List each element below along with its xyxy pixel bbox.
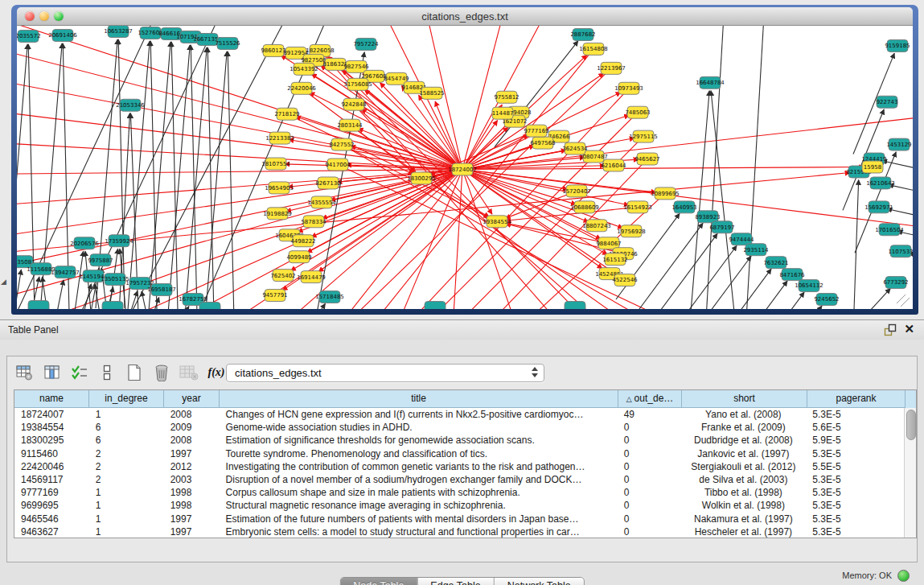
network-edge[interactable] bbox=[17, 169, 462, 238]
network-edge[interactable] bbox=[207, 47, 214, 309]
network-node[interactable]: 7625402 bbox=[270, 270, 295, 282]
network-edge[interactable] bbox=[17, 270, 21, 309]
network-edge[interactable] bbox=[171, 42, 178, 309]
new-document-icon[interactable] bbox=[123, 362, 146, 383]
function-builder-icon[interactable]: f(x) bbox=[205, 362, 228, 383]
network-edge[interactable] bbox=[335, 64, 606, 309]
show-columns-icon[interactable] bbox=[41, 362, 64, 383]
column-header-name[interactable]: name bbox=[14, 390, 89, 408]
network-node[interactable]: 20691406 bbox=[48, 29, 77, 41]
network-node[interactable]: 16154923 bbox=[623, 201, 652, 213]
network-node[interactable]: 8427552 bbox=[329, 138, 354, 150]
select-rows-icon[interactable] bbox=[68, 362, 91, 383]
network-node[interactable]: 1640953 bbox=[671, 201, 696, 213]
network-node[interactable]: 9975887 bbox=[88, 254, 113, 266]
network-node[interactable]: 10654112 bbox=[795, 280, 823, 292]
network-edge[interactable] bbox=[708, 269, 771, 309]
network-edge[interactable] bbox=[17, 169, 462, 174]
network-node[interactable]: 16210643 bbox=[866, 177, 895, 189]
network-node[interactable]: 16914479 bbox=[297, 271, 326, 283]
network-edge[interactable] bbox=[65, 26, 226, 309]
network-edge[interactable] bbox=[149, 42, 170, 309]
network-node[interactable]: 9417004 bbox=[325, 159, 351, 171]
network-edge[interactable] bbox=[462, 169, 913, 230]
network-node[interactable]: 20206576 bbox=[70, 237, 99, 249]
network-node[interactable]: 7485063 bbox=[625, 106, 650, 118]
network-node[interactable]: 6773292 bbox=[883, 277, 908, 289]
network-node[interactable]: 9159185 bbox=[885, 39, 910, 51]
table-row[interactable]: 2242004622012Investigating the contribut… bbox=[14, 460, 904, 473]
network-node[interactable]: 17359924 bbox=[105, 235, 133, 247]
network-node[interactable]: 922743 bbox=[877, 96, 898, 108]
network-edge[interactable] bbox=[75, 251, 84, 309]
table-selector-dropdown[interactable]: citations_edges.txt bbox=[226, 364, 544, 382]
network-node[interactable]: 4099489 bbox=[286, 251, 311, 263]
table-row[interactable]: 1938455462009Genome-wide association stu… bbox=[14, 421, 904, 434]
network-node[interactable]: 9245652 bbox=[814, 294, 839, 306]
network-node[interactable]: 31756085 bbox=[343, 78, 372, 90]
network-node[interactable]: 4498222 bbox=[290, 235, 315, 247]
network-node[interactable]: 9755812 bbox=[494, 91, 519, 103]
network-node[interactable]: 18724007 bbox=[448, 163, 477, 175]
network-node[interactable]: 2718129 bbox=[274, 108, 299, 120]
network-node[interactable]: 10899695 bbox=[651, 187, 680, 200]
network-node[interactable] bbox=[199, 303, 220, 309]
network-edge[interactable] bbox=[96, 39, 117, 308]
network-edge[interactable] bbox=[654, 233, 717, 309]
network-node[interactable]: 18300295 bbox=[407, 172, 436, 184]
network-node[interactable]: 1107533 bbox=[888, 245, 913, 257]
network-edge[interactable] bbox=[228, 51, 234, 309]
column-header-out_degree[interactable]: △out_de… bbox=[618, 390, 682, 408]
network-node[interactable]: 1615132 bbox=[602, 253, 627, 266]
network-edge[interactable] bbox=[451, 169, 462, 309]
column-header-title[interactable]: title bbox=[220, 390, 618, 408]
network-node[interactable]: 15958 bbox=[862, 161, 883, 173]
network-node[interactable]: 2035572 bbox=[17, 30, 41, 42]
table-row[interactable]: 946362711997Embryonic stem cells: a mode… bbox=[14, 525, 904, 538]
network-edge[interactable] bbox=[298, 303, 325, 309]
column-header-year[interactable]: year bbox=[164, 390, 220, 408]
network-node[interactable] bbox=[425, 302, 446, 309]
table-row[interactable]: 1456911722003Disruption of a novel membe… bbox=[14, 473, 904, 486]
network-edge[interactable] bbox=[57, 280, 64, 309]
network-node[interactable]: 9777169 bbox=[524, 125, 548, 137]
network-node[interactable]: 10543392 bbox=[290, 63, 318, 75]
table-row[interactable]: 911546021997Tourette syndrome. Phenomeno… bbox=[14, 447, 904, 460]
table-row[interactable]: 977716911998Corpus callosum shape and si… bbox=[14, 486, 904, 499]
table-row[interactable]: 969969511998Structural magnetic resonanc… bbox=[14, 499, 904, 512]
network-node[interactable]: 9242848 bbox=[341, 98, 366, 110]
network-node[interactable]: 10973493 bbox=[614, 82, 643, 94]
network-node[interactable] bbox=[102, 302, 123, 309]
network-edge[interactable] bbox=[194, 169, 462, 309]
network-node[interactable]: 2887682 bbox=[570, 28, 595, 40]
network-node[interactable] bbox=[28, 301, 49, 309]
memory-status-indicator[interactable] bbox=[897, 570, 910, 582]
network-edge[interactable] bbox=[168, 45, 190, 309]
network-node[interactable] bbox=[565, 302, 585, 309]
network-edge[interactable] bbox=[17, 46, 462, 170]
network-node[interactable]: 7632621 bbox=[763, 257, 788, 269]
network-node[interactable]: 19384554 bbox=[483, 216, 511, 228]
table-row[interactable]: 1872400712008Changes of HCN gene express… bbox=[14, 408, 904, 421]
table-row[interactable]: 946554611997Estimation of the future num… bbox=[14, 513, 904, 525]
network-node[interactable]: 18107554 bbox=[261, 158, 290, 170]
network-node[interactable]: 5878334 bbox=[301, 216, 326, 228]
table-settings-icon[interactable] bbox=[14, 362, 36, 383]
table-row[interactable]: 1830029562008Estimation of significance … bbox=[14, 434, 904, 447]
network-node[interactable]: 14355554 bbox=[307, 196, 336, 208]
network-edge[interactable] bbox=[17, 169, 462, 303]
close-panel-icon[interactable]: ✕ bbox=[904, 322, 914, 336]
table-vertical-scrollbar[interactable] bbox=[904, 408, 916, 538]
network-node[interactable]: 15692971 bbox=[864, 201, 893, 213]
network-node[interactable]: 9457791 bbox=[262, 290, 287, 302]
network-edge[interactable] bbox=[113, 26, 290, 309]
network-node[interactable]: 12975115 bbox=[629, 130, 658, 142]
network-node[interactable]: 19198829 bbox=[263, 208, 292, 220]
network-edge[interactable] bbox=[150, 41, 157, 309]
network-node[interactable]: 9465627 bbox=[634, 153, 659, 165]
canvas-resize-handle[interactable]: ◢ bbox=[1, 278, 6, 286]
network-node[interactable]: 6879197 bbox=[709, 221, 734, 233]
network-node[interactable]: 13942757 bbox=[51, 266, 80, 278]
network-node[interactable]: 2935114 bbox=[743, 244, 769, 256]
network-node[interactable]: 1453129 bbox=[886, 138, 911, 150]
